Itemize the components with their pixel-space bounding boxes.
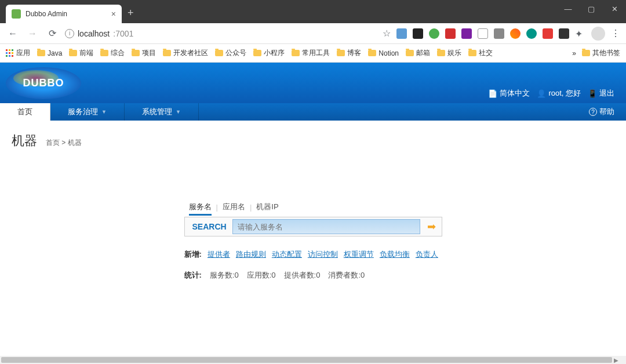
url-field[interactable]: i localhost:7001 [65, 29, 377, 38]
kebab-menu-icon[interactable]: ⋮ [611, 28, 620, 39]
site-info-icon[interactable]: i [65, 29, 74, 38]
svg-rect-8 [12, 55, 13, 57]
favicon [12, 9, 21, 19]
folder-icon [468, 50, 476, 56]
nav-help[interactable]: ? 帮助 [589, 103, 614, 121]
extension-icon[interactable] [543, 28, 553, 39]
link-provider[interactable]: 提供者 [208, 249, 230, 260]
browser-tab[interactable]: Dubbo Admin × [6, 5, 122, 23]
bookmark-folder[interactable]: Notion [368, 49, 399, 57]
link-weight-adjust[interactable]: 权重调节 [344, 249, 374, 260]
folder-icon [37, 50, 45, 56]
link-access-control[interactable]: 访问控制 [308, 249, 338, 260]
stats-label: 统计: [184, 270, 202, 281]
folder-icon [437, 50, 445, 56]
extension-icon[interactable] [526, 28, 537, 39]
bookmark-folder[interactable]: 社交 [468, 48, 493, 58]
folder-icon [292, 50, 300, 56]
tab-machine-ip[interactable]: 机器IP [252, 202, 283, 212]
apps-button[interactable]: 应用 [6, 48, 30, 58]
forward-button[interactable]: → [26, 28, 39, 39]
link-route-rule[interactable]: 路由规则 [236, 249, 266, 260]
logout-link[interactable]: 📱 退出 [588, 88, 614, 99]
search-row: SEARCH ➡ [184, 217, 442, 236]
scroll-right-arrow[interactable]: ▶ [612, 357, 620, 363]
header-right: 📄 简体中文 👤 root, 您好 📱 退出 [488, 88, 614, 99]
extension-icon[interactable] [510, 28, 521, 39]
minimize-button[interactable]: — [556, 0, 580, 17]
page-title-row: 机器 首页 > 机器 [12, 132, 614, 150]
back-button[interactable]: ← [6, 28, 20, 39]
search-button[interactable]: ➡ [424, 219, 440, 234]
other-bookmarks[interactable]: 其他书签 [582, 48, 620, 58]
scroll-thumb[interactable] [1, 357, 612, 363]
folder-icon [253, 50, 261, 56]
nav-service-governance[interactable]: 服务治理 ▼ [50, 103, 125, 121]
logout-icon: 📱 [588, 89, 597, 98]
extension-icon[interactable] [461, 28, 472, 39]
chevron-down-icon: ▼ [176, 109, 181, 115]
folder-icon [163, 50, 171, 56]
tab-service-name[interactable]: 服务名 [184, 202, 216, 212]
top-nav: 首页 服务治理 ▼ 系统管理 ▼ ? 帮助 [0, 103, 626, 121]
bookmark-folder[interactable]: Java [37, 49, 62, 57]
link-load-balance[interactable]: 负载均衡 [380, 249, 410, 260]
page-body: 机器 首页 > 机器 服务名 | 应用名 | 机器IP SEARCH ➡ 新增:… [0, 121, 626, 292]
bookmark-folder[interactable]: 前端 [69, 48, 93, 58]
search-tabs: 服务名 | 应用名 | 机器IP [184, 202, 442, 212]
apps-label: 应用 [16, 48, 30, 58]
extension-icon[interactable] [396, 28, 407, 39]
dubbo-logo[interactable]: DUBBO [6, 67, 81, 99]
extension-icon[interactable] [445, 28, 456, 39]
bookmark-folder[interactable]: 小程序 [253, 48, 285, 58]
stat-service-count: 服务数:0 [210, 270, 239, 281]
bookmark-folder[interactable]: 常用工具 [292, 48, 330, 58]
close-window-button[interactable]: ✕ [603, 0, 626, 17]
link-owner[interactable]: 负责人 [416, 249, 438, 260]
bookmarks-overflow[interactable]: » [572, 49, 576, 57]
new-tab-button[interactable]: + [128, 7, 134, 19]
bookmark-folder[interactable]: 项目 [132, 48, 156, 58]
address-bar: ← → ⟳ i localhost:7001 ☆ ✦ ⋮ [0, 23, 626, 44]
url-host: localhost [78, 29, 110, 38]
svg-rect-5 [12, 52, 13, 54]
profile-avatar[interactable] [591, 27, 605, 41]
svg-rect-6 [6, 55, 8, 57]
bookmark-folder[interactable]: 博客 [337, 48, 361, 58]
folder-icon [582, 50, 590, 56]
horizontal-scrollbar[interactable]: ▶ [0, 356, 626, 364]
bookmark-star-icon[interactable]: ☆ [383, 28, 391, 39]
tab-app-name[interactable]: 应用名 [218, 202, 250, 212]
reload-button[interactable]: ⟳ [45, 28, 59, 39]
link-dynamic-config[interactable]: 动态配置 [272, 249, 302, 260]
language-link[interactable]: 📄 简体中文 [488, 88, 530, 99]
extensions-puzzle-icon[interactable]: ✦ [575, 28, 585, 39]
extension-icon[interactable] [559, 28, 569, 39]
search-input[interactable] [232, 219, 420, 234]
user-greeting: 👤 root, 您好 [537, 88, 581, 99]
svg-rect-3 [6, 52, 8, 54]
bookmark-folder[interactable]: 邮箱 [406, 48, 430, 58]
maximize-button[interactable]: ▢ [580, 0, 603, 17]
bookmark-folder[interactable]: 公众号 [215, 48, 246, 58]
folder-icon [69, 50, 77, 56]
bookmark-folder[interactable]: 娱乐 [437, 48, 461, 58]
svg-rect-0 [6, 49, 8, 51]
stat-provider-count: 提供者数:0 [284, 270, 321, 281]
search-block: 服务名 | 应用名 | 机器IP SEARCH ➡ 新增: 提供者 路由规则 动… [184, 202, 442, 281]
extension-icon[interactable] [494, 28, 504, 39]
breadcrumb-home[interactable]: 首页 [46, 139, 60, 147]
url-port: :7001 [113, 29, 133, 38]
extension-icon[interactable] [478, 28, 488, 39]
bookmark-folder[interactable]: 综合 [100, 48, 125, 58]
logo-text: DUBBO [23, 77, 64, 89]
extension-icon[interactable] [413, 28, 423, 39]
extension-icon[interactable] [429, 28, 439, 39]
extension-icons: ✦ ⋮ [396, 27, 620, 41]
nav-system-management[interactable]: 系统管理 ▼ [125, 103, 199, 121]
close-icon[interactable]: × [111, 9, 116, 19]
bookmark-folder[interactable]: 开发者社区 [163, 48, 208, 58]
apps-grid-icon [6, 49, 14, 57]
nav-home[interactable]: 首页 [0, 103, 50, 121]
addnew-label: 新增: [184, 249, 202, 260]
